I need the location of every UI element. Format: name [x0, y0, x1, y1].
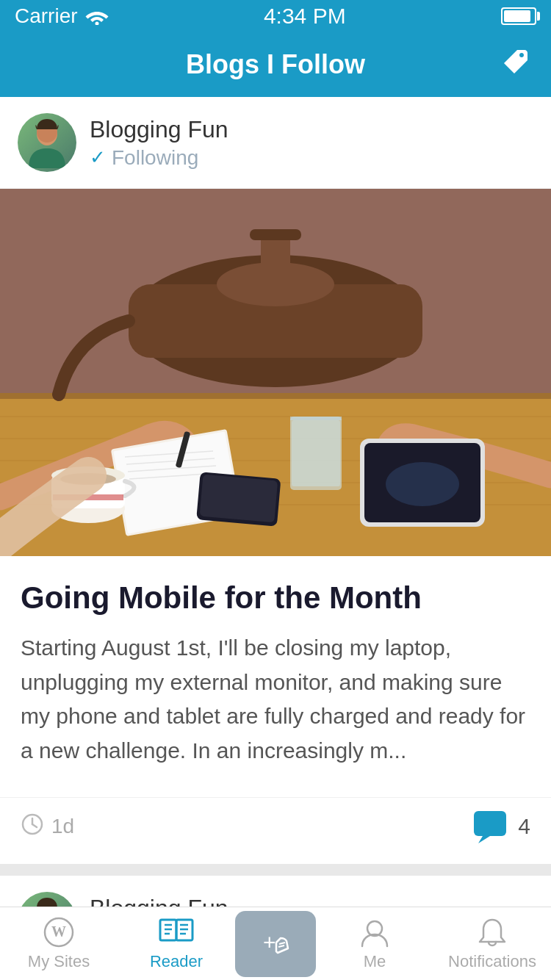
tab-me[interactable]: Me [316, 917, 433, 971]
status-time: 4:34 PM [264, 4, 346, 29]
carrier-text: Carrier [15, 4, 78, 28]
tab-compose[interactable]: + [235, 911, 316, 977]
comment-bubble[interactable]: 4 [472, 810, 530, 843]
svg-text:+: + [263, 930, 276, 954]
time-ago: 1d [51, 815, 74, 838]
svg-rect-16 [250, 229, 301, 240]
clock-icon [21, 813, 44, 841]
svg-rect-6 [0, 393, 551, 399]
notifications-icon [477, 917, 508, 948]
svg-point-0 [95, 22, 98, 26]
svg-point-33 [386, 462, 459, 506]
svg-rect-42 [474, 811, 506, 836]
comment-icon [472, 810, 511, 843]
post-image[interactable] [0, 189, 551, 556]
svg-rect-26 [290, 417, 342, 420]
svg-rect-15 [261, 233, 290, 292]
tab-notifications[interactable]: Notifications [433, 917, 551, 971]
post-content[interactable]: Going Mobile for the Month Starting Augu… [0, 556, 551, 785]
following-row: ✓ Following [90, 146, 228, 170]
tab-me-label: Me [364, 952, 386, 971]
svg-marker-43 [478, 836, 490, 843]
svg-line-41 [32, 824, 37, 827]
nav-bar: Blogs I Follow [0, 32, 551, 97]
tab-reader-label: Reader [150, 952, 203, 971]
tab-bar: W My Sites Reader + [0, 907, 551, 980]
page-title: Blogs I Follow [186, 49, 365, 80]
post-footer: 1d 4 [0, 797, 551, 864]
avatar [18, 113, 76, 172]
post-time: 1d [21, 813, 74, 841]
svg-rect-27 [292, 420, 340, 486]
compose-icon: + [257, 928, 294, 960]
following-check-icon: ✓ [90, 146, 106, 169]
reader-icon [159, 917, 194, 948]
comment-count: 4 [518, 814, 530, 839]
post-card: Blogging Fun ✓ Following [0, 97, 551, 864]
following-label: Following [112, 146, 198, 170]
content-area: Blogging Fun ✓ Following [0, 97, 551, 980]
svg-text:W: W [51, 923, 66, 940]
battery-icon [501, 7, 536, 25]
post-title: Going Mobile for the Month [21, 580, 530, 616]
tab-notifications-label: Notifications [448, 952, 536, 971]
tab-my-sites-label: My Sites [28, 952, 90, 971]
post-excerpt: Starting August 1st, I'll be closing my … [21, 631, 530, 768]
status-right [501, 7, 536, 25]
tab-reader[interactable]: Reader [118, 917, 235, 971]
tab-my-sites[interactable]: W My Sites [0, 917, 118, 971]
me-icon [359, 917, 390, 948]
blog-header[interactable]: Blogging Fun ✓ Following [0, 97, 551, 189]
svg-rect-30 [200, 475, 278, 523]
tag-icon[interactable] [501, 47, 530, 82]
status-bar: Carrier 4:34 PM [0, 0, 551, 32]
wifi-icon [85, 7, 109, 25]
compose-button[interactable]: + [235, 911, 316, 977]
blog-info: Blogging Fun ✓ Following [90, 116, 228, 170]
wp-icon: W [43, 917, 74, 948]
status-left: Carrier [15, 4, 109, 28]
blog-name: Blogging Fun [90, 116, 228, 143]
